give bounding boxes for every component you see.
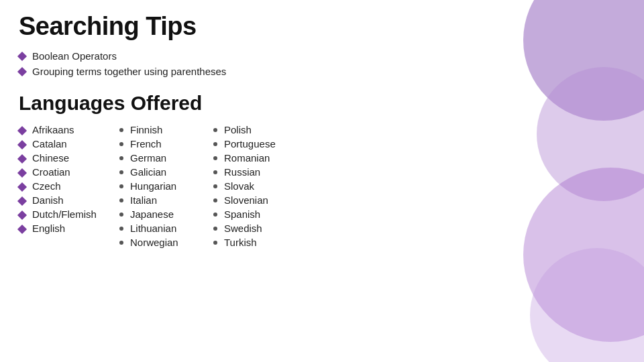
lang-item-col3-3: Russian <box>213 166 314 178</box>
lang-item-col2-0: Finnish <box>119 124 213 135</box>
lang-item-col2-7: Lithuanian <box>119 223 213 234</box>
dot-icon <box>119 198 123 202</box>
lang-item-col2-6: Japanese <box>119 208 213 220</box>
lang-text: Swedish <box>224 223 262 234</box>
lang-item-col3-0: Polish <box>213 124 314 135</box>
bullet-item-1: Boolean Operators <box>19 50 625 62</box>
dot-icon <box>213 156 217 160</box>
bullet-icon-2 <box>17 67 27 76</box>
lang-item-col3-2: Romanian <box>213 152 314 164</box>
diamond-icon <box>17 225 27 234</box>
lang-col-1: AfrikaansCatalanChineseCroatianCzechDani… <box>19 124 119 251</box>
lang-text: Slovenian <box>224 194 268 206</box>
lang-text: Spanish <box>224 208 260 220</box>
dot-icon <box>119 213 123 217</box>
dot-icon <box>119 142 123 146</box>
bullet-item-2: Grouping terms together using parenthese… <box>19 66 625 77</box>
lang-item-col3-1: Portuguese <box>213 138 314 149</box>
lang-item-col2-2: German <box>119 152 213 164</box>
lang-item-col1-4: Czech <box>19 180 119 192</box>
languages-title: Languages Offered <box>19 92 625 115</box>
main-content: Searching Tips Boolean Operators Groupin… <box>0 0 644 263</box>
lang-col-2: FinnishFrenchGermanGalicianHungarianItal… <box>119 124 213 251</box>
lang-item-col3-6: Spanish <box>213 208 314 220</box>
lang-text: Czech <box>32 180 61 192</box>
dot-icon <box>119 156 123 160</box>
lang-item-col2-3: Galician <box>119 166 213 178</box>
lang-item-col3-5: Slovenian <box>213 194 314 206</box>
lang-text: Romanian <box>224 152 270 164</box>
dot-icon <box>213 198 217 202</box>
dot-icon <box>213 184 217 188</box>
dot-icon <box>119 184 123 188</box>
lang-text: Dutch/Flemish <box>32 208 97 220</box>
lang-item-col1-0: Afrikaans <box>19 124 119 135</box>
dot-icon <box>213 227 217 231</box>
lang-text: Hungarian <box>130 180 176 192</box>
lang-text: Polish <box>224 124 252 135</box>
page-title: Searching Tips <box>19 12 625 41</box>
lang-text: Italian <box>130 194 157 206</box>
lang-item-col2-1: French <box>119 138 213 149</box>
dot-icon <box>119 227 123 231</box>
lang-item-col1-2: Chinese <box>19 152 119 164</box>
bullet-icon-1 <box>17 52 27 61</box>
lang-item-col2-5: Italian <box>119 194 213 206</box>
lang-text: Portuguese <box>224 138 276 149</box>
lang-text: Danish <box>32 194 64 206</box>
dot-icon <box>213 128 217 132</box>
lang-item-col3-4: Slovak <box>213 180 314 192</box>
lang-text: German <box>130 152 166 164</box>
diamond-icon <box>17 154 27 164</box>
bullet-text-2: Grouping terms together using parenthese… <box>32 66 226 77</box>
lang-text: Slovak <box>224 180 254 192</box>
dot-icon <box>213 170 217 174</box>
lang-text: Turkish <box>224 237 257 248</box>
lang-item-col1-1: Catalan <box>19 138 119 149</box>
lang-text: French <box>130 138 162 149</box>
dot-icon <box>213 213 217 217</box>
bullet-text-1: Boolean Operators <box>32 50 117 62</box>
dot-icon <box>213 241 217 245</box>
lang-item-col2-8: Norwegian <box>119 237 213 248</box>
diamond-icon <box>17 210 27 220</box>
lang-text: Chinese <box>32 152 69 164</box>
lang-text: Afrikaans <box>32 124 74 135</box>
lang-text: English <box>32 223 65 234</box>
diamond-icon <box>17 182 27 192</box>
diamond-icon <box>17 140 27 149</box>
lang-item-col1-7: English <box>19 223 119 234</box>
lang-item-col3-7: Swedish <box>213 223 314 234</box>
lang-item-col1-5: Danish <box>19 194 119 206</box>
lang-text: Finnish <box>130 124 162 135</box>
dot-icon <box>119 241 123 245</box>
bullet-list: Boolean Operators Grouping terms togethe… <box>19 50 625 77</box>
lang-text: Catalan <box>32 138 67 149</box>
lang-text: Russian <box>224 166 260 178</box>
lang-text: Japanese <box>130 208 174 220</box>
diamond-icon <box>17 196 27 206</box>
diamond-icon <box>17 168 27 178</box>
lang-text: Norwegian <box>130 237 178 248</box>
lang-text: Galician <box>130 166 166 178</box>
lang-item-col1-3: Croatian <box>19 166 119 178</box>
diamond-icon <box>17 126 27 135</box>
lang-text: Lithuanian <box>130 223 176 234</box>
lang-col-3: PolishPortugueseRomanianRussianSlovakSlo… <box>213 124 314 251</box>
dot-icon <box>213 142 217 146</box>
dot-icon <box>119 128 123 132</box>
dot-icon <box>119 170 123 174</box>
languages-grid: AfrikaansCatalanChineseCroatianCzechDani… <box>19 124 625 251</box>
lang-item-col3-8: Turkish <box>213 237 314 248</box>
lang-item-col1-6: Dutch/Flemish <box>19 208 119 220</box>
lang-item-col2-4: Hungarian <box>119 180 213 192</box>
lang-text: Croatian <box>32 166 70 178</box>
